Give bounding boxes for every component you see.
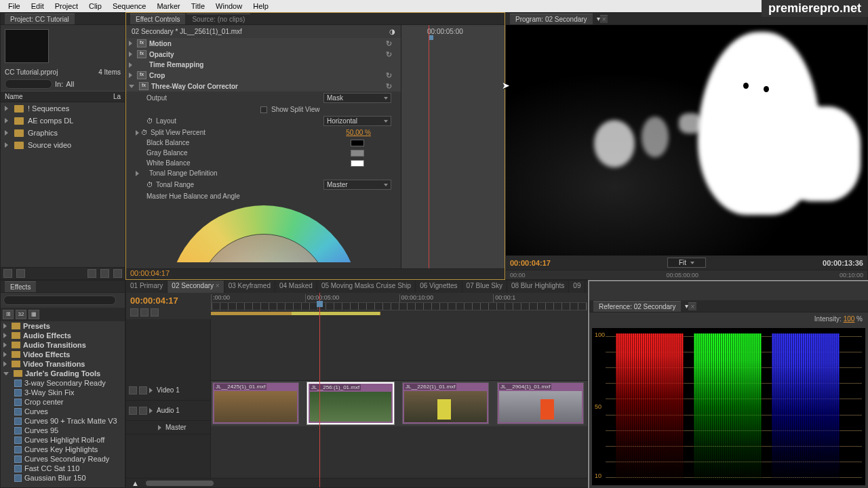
- clip-3[interactable]: JL__2262(1)_01.mxf: [402, 382, 489, 424]
- zoom-out-icon[interactable]: ▲: [132, 479, 139, 487]
- solo-icon[interactable]: [139, 407, 147, 415]
- mute-icon[interactable]: [129, 407, 137, 415]
- source-tab[interactable]: Source: (no clips): [186, 14, 250, 24]
- tab-06[interactable]: 06 Vignettes: [416, 281, 462, 293]
- clip-1[interactable]: JL__2425(1)_01.mxf: [212, 382, 299, 424]
- graybal-swatch[interactable]: [351, 150, 364, 157]
- menu-clip[interactable]: Clip: [83, 2, 107, 10]
- projcol-name[interactable]: Name: [5, 93, 23, 100]
- effect-timeremap[interactable]: Time Remapping: [149, 61, 203, 68]
- menu-help[interactable]: Help: [248, 2, 274, 10]
- fx-badge-icon[interactable]: fx: [137, 39, 146, 47]
- snap-button[interactable]: [130, 308, 138, 317]
- color-wheel[interactable]: [126, 201, 401, 262]
- menu-title[interactable]: Title: [186, 2, 210, 10]
- preset-gblur[interactable]: Gaussian Blur 150: [24, 474, 86, 482]
- tab-08[interactable]: 08 Blur Highlights: [507, 281, 569, 293]
- ec-playhead[interactable]: [429, 25, 429, 268]
- track-video1[interactable]: Video 1: [157, 386, 180, 394]
- track-audio1[interactable]: Audio 1: [157, 407, 180, 414]
- trash-button[interactable]: [113, 269, 122, 278]
- video-track-1[interactable]: JL__2425(1)_01.mxf JL__256:(1)_01.mxf JL…: [211, 380, 587, 426]
- fx-badge-icon[interactable]: fx: [139, 82, 149, 90]
- expand-icon[interactable]: [129, 52, 132, 57]
- folder-audio-transitions[interactable]: Audio Transitions: [23, 341, 86, 349]
- reference-tab[interactable]: Reference: 02 Secondary: [593, 301, 681, 312]
- track-master[interactable]: Master: [165, 424, 186, 431]
- ec-mini-playhead-icon[interactable]: [429, 35, 433, 40]
- show-timeline-icon[interactable]: ◑: [389, 28, 395, 35]
- preset-keyhigh[interactable]: Curves Key Highlights: [24, 445, 98, 453]
- expand-icon[interactable]: [136, 130, 139, 136]
- menu-file[interactable]: File: [3, 2, 26, 10]
- fx-badge-icon[interactable]: fx: [137, 50, 146, 58]
- expand-icon[interactable]: [3, 342, 7, 348]
- tab-02[interactable]: 02 Secondary ×: [167, 281, 224, 293]
- lock-icon[interactable]: [139, 386, 147, 394]
- fx-badge-icon[interactable]: fx: [137, 71, 146, 79]
- expand-icon[interactable]: [3, 333, 7, 338]
- menu-edit[interactable]: Edit: [26, 2, 50, 10]
- reset-icon[interactable]: ↻: [386, 71, 394, 79]
- project-in-dropdown[interactable]: All: [66, 80, 74, 88]
- expand-icon[interactable]: [5, 142, 8, 148]
- effect-threewaycc[interactable]: Three-Way Color Corrector: [151, 83, 238, 90]
- intensity-value[interactable]: 100: [844, 315, 855, 323]
- reset-icon[interactable]: ↻: [386, 50, 394, 58]
- clip-2-selected[interactable]: JL__256:(1)_01.mxf: [307, 382, 394, 424]
- marker-button[interactable]: [140, 308, 149, 317]
- menu-sequence[interactable]: Sequence: [107, 2, 152, 10]
- bin-source-video[interactable]: Source video: [1, 139, 125, 151]
- preset-curves95[interactable]: Curves 95: [24, 426, 58, 434]
- timeline-playhead[interactable]: [319, 293, 320, 488]
- eye-icon[interactable]: [129, 386, 137, 394]
- main-menubar[interactable]: File Edit Project Clip Sequence Marker T…: [0, 0, 868, 12]
- collapse-icon[interactable]: [3, 372, 9, 375]
- rgb-parade-scope[interactable]: 100 50 10: [592, 328, 865, 485]
- tab-03[interactable]: 03 Keyframed: [224, 281, 275, 293]
- preset-3way-skin[interactable]: 3-Way Skin Fix: [24, 388, 75, 396]
- yuv-button[interactable]: ▦: [28, 310, 39, 319]
- bin-ae-comps[interactable]: AE comps DL: [1, 115, 125, 127]
- close-tab-icon[interactable]: ×: [688, 302, 696, 310]
- effect-crop[interactable]: Crop: [149, 72, 165, 79]
- program-ruler[interactable]: 00:0000:05:00:0000:10:00: [506, 270, 867, 279]
- reset-icon[interactable]: ↻: [386, 39, 394, 47]
- listview-button[interactable]: [3, 269, 12, 278]
- expand-icon[interactable]: [5, 106, 8, 111]
- effect-opacity[interactable]: Opacity: [149, 51, 174, 58]
- whitebal-swatch[interactable]: [351, 160, 364, 167]
- tonalrange-dropdown[interactable]: Master: [323, 180, 391, 190]
- expand-icon[interactable]: [129, 62, 132, 68]
- bin-graphics[interactable]: Graphics: [1, 127, 125, 139]
- menu-window[interactable]: Window: [210, 2, 248, 10]
- menu-marker[interactable]: Marker: [151, 2, 185, 10]
- tab-09[interactable]: 09: [569, 281, 585, 293]
- preset-cropcenter[interactable]: Crop center: [24, 398, 63, 406]
- showsplit-checkbox[interactable]: [260, 106, 267, 113]
- expand-icon[interactable]: [149, 388, 153, 393]
- bin-sequences[interactable]: ! Sequences: [1, 102, 125, 115]
- program-timecode-left[interactable]: 00:00:04:17: [510, 259, 551, 267]
- expand-icon[interactable]: [149, 408, 153, 413]
- timeline-zoom-slider[interactable]: [146, 481, 214, 486]
- work-area-bar-2[interactable]: [292, 312, 380, 315]
- program-tab[interactable]: Program: 02 Secondary: [510, 14, 593, 24]
- tab-04[interactable]: 04 Masked: [275, 281, 317, 293]
- expand-icon[interactable]: [129, 41, 132, 46]
- ec-timecode[interactable]: 00:00:04:17: [130, 269, 170, 277]
- preset-fastcc[interactable]: Fast CC Sat 110: [24, 464, 79, 472]
- preset-rolloff[interactable]: Curves Highlight Roll-off: [24, 436, 104, 444]
- new-item-button[interactable]: [100, 269, 109, 278]
- expand-icon[interactable]: [5, 118, 8, 123]
- playhead-icon[interactable]: [317, 301, 323, 307]
- tab-07[interactable]: 07 Blue Sky: [462, 281, 507, 293]
- fxbadge-button[interactable]: ⊞: [3, 310, 14, 319]
- program-zoom-dropdown[interactable]: Fit: [667, 258, 706, 268]
- expand-icon[interactable]: [158, 425, 161, 430]
- folder-audio-effects[interactable]: Audio Effects: [23, 331, 71, 340]
- expand-icon[interactable]: [129, 73, 132, 78]
- effects-search-input[interactable]: [3, 296, 116, 305]
- splitpercent-value[interactable]: 50,00 %: [346, 129, 371, 136]
- blackbal-swatch[interactable]: [351, 140, 364, 146]
